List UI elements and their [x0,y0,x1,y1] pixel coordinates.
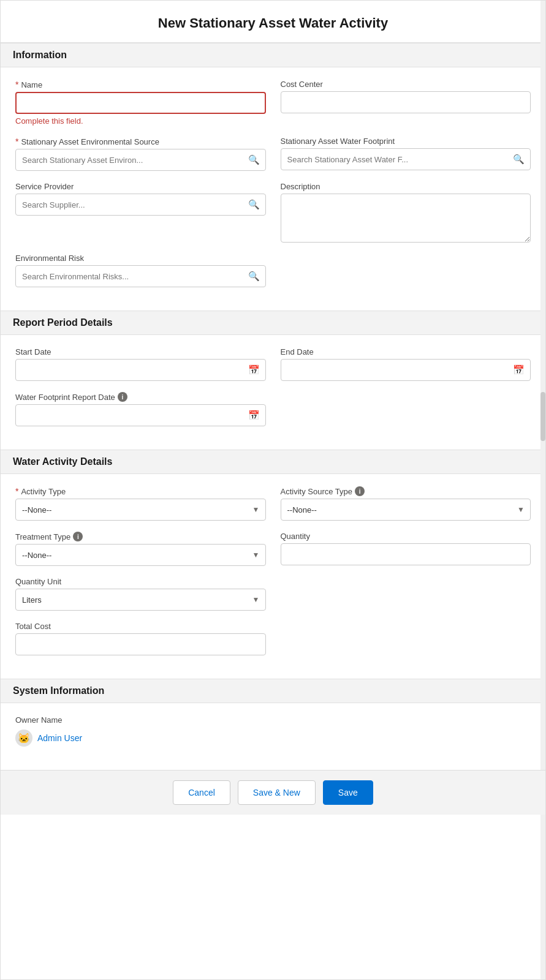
total-cost-label: Total Cost [15,622,266,631]
activity-type-select-wrapper: --None-- ▼ [15,499,266,521]
treatment-type-quantity-row: Treatment Type i --None-- ▼ Quantity [15,532,531,566]
env-source-field-col: * Stationary Asset Environmental Source … [15,137,266,171]
scrollbar-track[interactable] [540,1,545,979]
service-provider-input[interactable] [15,194,266,216]
total-cost-empty-col [281,622,531,655]
description-textarea[interactable] [281,194,531,243]
quantity-unit-field-col: Quantity Unit Liters ▼ [15,577,266,611]
name-required-star: * [15,80,18,89]
env-risk-label: Environmental Risk [15,254,266,263]
quantity-unit-row: Quantity Unit Liters ▼ [15,577,531,611]
end-date-wrapper: 📅 [281,359,531,381]
activity-type-label: * Activity Type [15,486,266,496]
service-provider-description-row: Service Provider 🔍 Description [15,182,531,243]
owner-name-row: Owner Name 🐱 Admin User [15,715,531,747]
cost-center-input[interactable] [281,91,531,113]
name-cost-center-row: * Name Complete this field. Cost Center [15,80,531,126]
quantity-unit-select-wrapper: Liters ▼ [15,589,266,611]
start-date-input[interactable] [15,359,266,381]
water-footprint-field-col: Stationary Asset Water Footprint 🔍 [281,137,531,171]
water-activity-section: Water Activity Details * Activity Type -… [1,450,545,679]
water-footprint-date-field-col: Water Footprint Report Date i 📅 [15,392,266,426]
water-footprint-label: Stationary Asset Water Footprint [281,137,531,146]
env-source-search-wrapper: 🔍 [15,149,266,171]
information-section: Information * Name Complete this field. … [1,43,545,311]
save-button[interactable]: Save [323,780,373,805]
water-footprint-report-date-input[interactable] [15,404,266,426]
water-footprint-date-wrapper: 📅 [15,404,266,426]
water-footprint-date-empty-col [281,392,531,426]
description-label: Description [281,182,531,191]
quantity-unit-empty-col [281,577,531,611]
quantity-label: Quantity [281,532,531,541]
activity-source-type-label: Activity Source Type i [281,486,531,496]
name-label: * Name [15,80,266,89]
env-risk-input[interactable] [15,265,266,287]
start-end-date-row: Start Date 📅 End Date 📅 [15,347,531,381]
end-date-label: End Date [281,347,531,356]
water-activity-section-header: Water Activity Details [1,450,545,474]
treatment-type-select-wrapper: --None-- ▼ [15,544,266,566]
water-footprint-search-wrapper: 🔍 [281,148,531,170]
service-provider-field-col: Service Provider 🔍 [15,182,266,243]
total-cost-row: Total Cost [15,622,531,655]
activity-source-type-field-col: Activity Source Type i --None-- ▼ [281,486,531,521]
cost-center-field-col: Cost Center [281,80,531,126]
report-period-section: Report Period Details Start Date 📅 End D… [1,311,545,450]
water-footprint-input[interactable] [281,148,531,170]
treatment-type-select[interactable]: --None-- [15,544,266,566]
env-source-input[interactable] [15,149,266,171]
total-cost-field-col: Total Cost [15,622,266,655]
total-cost-input[interactable] [15,633,266,655]
start-date-wrapper: 📅 [15,359,266,381]
name-error-msg: Complete this field. [15,116,266,126]
quantity-unit-label: Quantity Unit [15,577,266,586]
env-risk-search-wrapper: 🔍 [15,265,266,287]
service-provider-label: Service Provider [15,182,266,191]
treatment-type-info-icon: i [73,532,83,541]
quantity-field-col: Quantity [281,532,531,566]
report-period-section-header: Report Period Details [1,311,545,335]
end-date-field-col: End Date 📅 [281,347,531,381]
service-provider-search-wrapper: 🔍 [15,194,266,216]
env-risk-empty-col [281,254,531,287]
env-risk-row: Environmental Risk 🔍 [15,254,531,287]
start-date-label: Start Date [15,347,266,356]
activity-type-source-type-row: * Activity Type --None-- ▼ Activity Sour… [15,486,531,521]
env-source-label: * Stationary Asset Environmental Source [15,137,266,146]
cost-center-label: Cost Center [281,80,531,89]
end-date-input[interactable] [281,359,531,381]
name-input[interactable] [15,92,266,114]
env-source-water-footprint-row: * Stationary Asset Environmental Source … [15,137,531,171]
owner-name-field-col: Owner Name 🐱 Admin User [15,715,531,747]
page-title: New Stationary Asset Water Activity [1,1,545,43]
owner-name-value[interactable]: Admin User [37,733,82,743]
footer-bar: Cancel Save & New Save [1,770,545,815]
activity-source-type-select[interactable]: --None-- [281,499,531,521]
env-risk-field-col: Environmental Risk 🔍 [15,254,266,287]
activity-type-field-col: * Activity Type --None-- ▼ [15,486,266,521]
information-section-header: Information [1,43,545,67]
water-footprint-report-date-label: Water Footprint Report Date i [15,392,266,402]
treatment-type-field-col: Treatment Type i --None-- ▼ [15,532,266,566]
scrollbar-thumb[interactable] [540,392,545,441]
save-new-button[interactable]: Save & New [238,780,316,805]
activity-source-type-select-wrapper: --None-- ▼ [281,499,531,521]
description-field-col: Description [281,182,531,243]
name-field-col: * Name Complete this field. [15,80,266,126]
water-footprint-date-info-icon: i [118,392,127,402]
treatment-type-label: Treatment Type i [15,532,266,541]
avatar: 🐱 [15,729,32,747]
system-information-section-header: System Information [1,679,545,703]
quantity-unit-select[interactable]: Liters [15,589,266,611]
env-source-required-star: * [15,137,18,146]
system-information-section: System Information Owner Name 🐱 Admin Us… [1,679,545,770]
start-date-field-col: Start Date 📅 [15,347,266,381]
owner-name-label: Owner Name [15,715,531,725]
activity-type-select[interactable]: --None-- [15,499,266,521]
quantity-input[interactable] [281,543,531,565]
cancel-button[interactable]: Cancel [173,780,230,805]
owner-row: 🐱 Admin User [15,729,531,747]
water-footprint-date-row: Water Footprint Report Date i 📅 [15,392,531,426]
activity-source-type-info-icon: i [355,486,365,496]
